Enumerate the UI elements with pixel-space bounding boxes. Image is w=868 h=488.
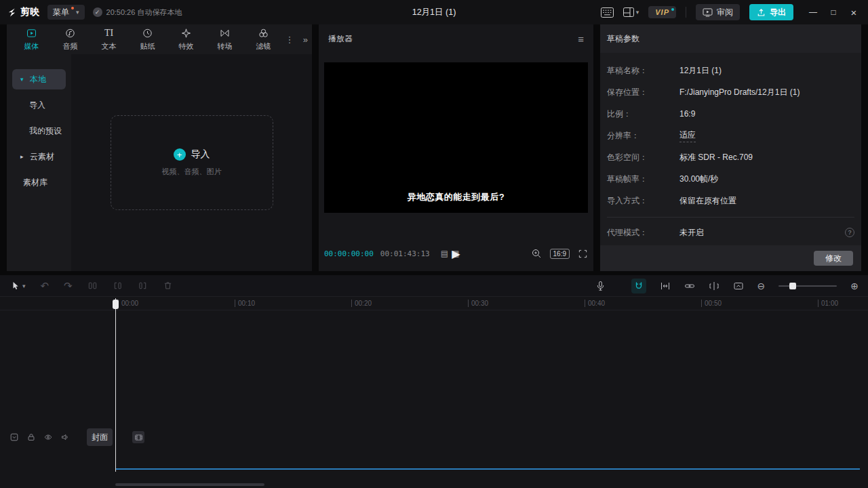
- autosave-text: 20:50:26 自动保存本地: [106, 7, 182, 18]
- review-button[interactable]: 审阅: [696, 4, 740, 20]
- sidebar-item-cloud[interactable]: ▸ 云素材: [12, 146, 66, 167]
- param-value: 30.00帧/秒: [679, 174, 718, 185]
- layout-switcher-button[interactable]: ▾: [623, 0, 639, 24]
- auto-snap-icon[interactable]: [660, 281, 671, 291]
- select-tool-button[interactable]: ▾: [11, 281, 26, 291]
- main-track-magnet-icon[interactable]: [631, 279, 646, 293]
- draft-params-title: 草稿参数: [607, 33, 639, 45]
- param-value-resolution[interactable]: 适应: [679, 129, 696, 142]
- zoom-slider-thumb[interactable]: [789, 283, 796, 289]
- list-view-icon[interactable]: ▤: [441, 249, 448, 258]
- tab-label: 滤镜: [256, 41, 271, 52]
- titlebar: 剪映 菜单 ▾ ✓ 20:50:26 自动保存本地 12月1日 (1) ▾ VI…: [0, 0, 868, 24]
- undo-icon[interactable]: ↶: [41, 280, 50, 292]
- cover-label: 封面: [92, 432, 108, 443]
- export-button[interactable]: 导出: [749, 4, 793, 20]
- params-divider: [607, 217, 854, 218]
- app-name: 剪映: [20, 6, 39, 18]
- import-dropzone[interactable]: + 导入 视频、音频、图片: [111, 115, 273, 210]
- media-panel: 媒体 音频 TI 文本 贴纸 特效 转场: [7, 24, 312, 271]
- tab-media[interactable]: 媒体: [12, 27, 51, 52]
- ruler-tick: 00:30: [468, 300, 488, 307]
- preview-axis-icon[interactable]: [709, 281, 719, 291]
- timeline-ruler[interactable]: 00:00 00:10 00:20 00:30 00:40 00:50 01:0…: [0, 297, 868, 310]
- chevron-down-icon: ▾: [22, 283, 26, 289]
- keyboard-shortcuts-icon[interactable]: [601, 0, 614, 24]
- player-menu-icon[interactable]: ≡: [578, 33, 584, 45]
- record-audio-icon[interactable]: [595, 281, 606, 291]
- vip-dot: [671, 8, 674, 11]
- sidebar-item-import[interactable]: 导入: [12, 95, 66, 115]
- expand-panel-icon[interactable]: »: [303, 35, 308, 45]
- param-label: 比例：: [607, 108, 679, 120]
- playhead-handle[interactable]: [113, 300, 119, 309]
- adapt-view-icon[interactable]: [733, 281, 744, 291]
- playhead-line: [115, 298, 116, 472]
- param-row-location: 保存位置： F:/JianyingPro Drafts/12月1日 (1): [607, 81, 854, 103]
- media-tab-strip: 媒体 音频 TI 文本 贴纸 特效 转场: [7, 24, 312, 54]
- tab-transition[interactable]: 转场: [205, 27, 244, 52]
- tab-effects[interactable]: 特效: [167, 27, 205, 52]
- sidebar-item-label: 导入: [29, 100, 45, 111]
- aspect-ratio-button[interactable]: 16:9: [550, 249, 570, 259]
- trim-left-icon[interactable]: [113, 281, 123, 291]
- mute-track-icon[interactable]: [60, 432, 70, 442]
- modify-button[interactable]: 修改: [814, 251, 853, 266]
- hide-track-icon[interactable]: [43, 432, 53, 442]
- param-row-colorspace: 色彩空间： 标准 SDR - Rec.709: [607, 146, 854, 168]
- help-icon[interactable]: ?: [845, 228, 854, 237]
- zoom-slider-track[interactable]: [778, 285, 837, 287]
- linkage-icon[interactable]: [684, 281, 695, 291]
- redo-icon[interactable]: ↷: [64, 280, 73, 292]
- menu-notification-dot: [71, 7, 74, 9]
- sidebar-item-library[interactable]: 素材库: [12, 172, 66, 192]
- cover-button[interactable]: 封面: [87, 428, 113, 446]
- more-tabs-icon[interactable]: ⋮: [284, 35, 295, 45]
- vip-label: VIP: [655, 8, 669, 16]
- player-title: 播放器: [328, 33, 353, 45]
- close-button[interactable]: ×: [844, 0, 864, 24]
- video-clip-thumbnail[interactable]: [132, 431, 144, 443]
- zoom-in-icon[interactable]: ⊕: [850, 281, 859, 291]
- menu-button[interactable]: 菜单 ▾: [47, 5, 85, 20]
- play-button[interactable]: ▶: [452, 247, 460, 260]
- tab-text[interactable]: TI 文本: [90, 27, 128, 52]
- tab-sticker[interactable]: 贴纸: [128, 27, 167, 52]
- collapse-track-icon[interactable]: [9, 432, 19, 442]
- param-label: 草稿名称：: [607, 65, 679, 77]
- trim-right-icon[interactable]: [138, 281, 148, 291]
- import-label: 导入: [191, 148, 210, 161]
- minimize-button[interactable]: —: [803, 0, 823, 24]
- fullscreen-icon[interactable]: [578, 249, 588, 259]
- timeline-zoom-slider[interactable]: [778, 282, 837, 290]
- ruler-tick: 00:20: [351, 300, 372, 307]
- chevron-down-icon: ▾: [76, 9, 79, 16]
- param-value: 标准 SDR - Rec.709: [679, 152, 753, 163]
- sticker-icon: [142, 27, 153, 39]
- delete-icon[interactable]: [163, 281, 173, 291]
- effects-icon: [180, 27, 192, 39]
- param-label: 草稿帧率：: [607, 174, 679, 185]
- app-logo: 剪映: [7, 6, 39, 18]
- param-row-ratio: 比例： 16:9: [607, 103, 854, 125]
- sidebar-item-label: 我的预设: [29, 125, 62, 137]
- param-row-import-mode: 导入方式： 保留在原有位置: [607, 190, 854, 211]
- split-icon[interactable]: [87, 281, 98, 291]
- tab-filter[interactable]: 滤镜: [244, 27, 283, 52]
- lock-track-icon[interactable]: [26, 432, 36, 442]
- param-row-proxy: 代理模式： 未开启 ?: [607, 222, 854, 243]
- vip-badge[interactable]: VIP: [648, 6, 676, 18]
- video-caption: 异地恋真的能走到最后?: [324, 191, 588, 203]
- timeline-toolbar: ▾ ↶ ↷: [0, 275, 868, 297]
- zoom-out-icon[interactable]: ⊖: [757, 281, 766, 291]
- maximize-button[interactable]: □: [823, 0, 844, 24]
- tab-audio[interactable]: 音频: [51, 27, 90, 52]
- timeline-scrollbar[interactable]: [115, 483, 264, 486]
- timeline-panel: ▾ ↶ ↷: [0, 275, 868, 488]
- param-value: F:/JianyingPro Drafts/12月1日 (1): [679, 87, 800, 98]
- sidebar-item-presets[interactable]: 我的预设: [12, 121, 66, 141]
- sidebar-item-local[interactable]: ▾ 本地: [12, 69, 66, 89]
- preview-zoom-icon[interactable]: [531, 248, 542, 259]
- menu-label: 菜单: [53, 7, 69, 18]
- chevron-down-icon: ▾: [20, 76, 26, 83]
